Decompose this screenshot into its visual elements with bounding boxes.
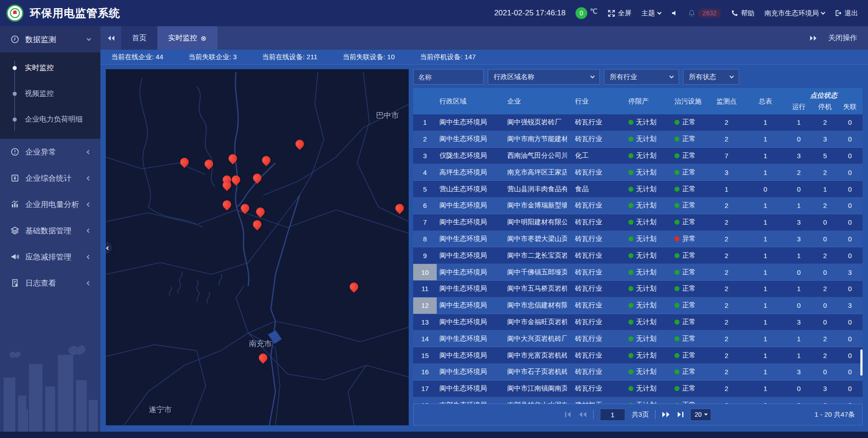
cell-meter: 1 <box>746 152 785 160</box>
sidebar-subitem-power-load-detail[interactable]: 企业电力负荷明细 <box>0 107 100 132</box>
tab-首页[interactable]: 首页 <box>121 26 157 50</box>
cell-monitor: 2 <box>707 352 746 359</box>
sidebar-item-emergency-reduction[interactable]: 应急减排管理 <box>0 244 100 270</box>
table-row[interactable]: 10阆中生态环境局阆中千佛镇五郎垭页岩砖瓦行业无计划正常21003 <box>413 264 863 281</box>
industry-select[interactable]: 所有行业 <box>604 69 679 85</box>
cell-facility-status: 正常 <box>664 201 707 210</box>
org-dropdown[interactable]: 南充市生态环境局 <box>764 9 825 18</box>
sidebar-subitem-video-monitor[interactable]: 视频监控 <box>0 81 100 107</box>
status-dot-icon <box>675 220 679 225</box>
cell-stop: 0 <box>813 368 837 376</box>
app-logo-icon <box>6 5 24 22</box>
table-row[interactable]: 15阆中生态环境局阆中市光富页岩机砖厂砖瓦行业无计划正常21120 <box>413 347 863 364</box>
table-row[interactable]: 18南部生态环境局南部县雄华山水泥有限建材加工无计划正常60060 <box>413 397 863 404</box>
map-panel[interactable]: 巴中市南充市遂宁市 <box>106 69 409 425</box>
chevron-down-icon <box>590 74 595 78</box>
prev-page-button[interactable] <box>578 411 587 418</box>
close-operations-button[interactable]: 关闭操作 <box>828 33 857 43</box>
table-row[interactable]: 7阆中生态环境局阆中明阳建材有限公司砖瓦行业无计划正常21300 <box>413 214 863 231</box>
table-body: 1阆中生态环境局阆中强锐页岩砖厂砖瓦行业无计划正常211202阆中生态环境局阆中… <box>413 114 863 404</box>
table-row[interactable]: 8阆中生态环境局阆中市枣碧大梁山页岩砖瓦行业无计划异常21300 <box>413 231 863 248</box>
page-number-input[interactable] <box>600 409 625 421</box>
cell-lost: 3 <box>837 268 863 276</box>
cell-production-status: 无计划 <box>619 384 664 393</box>
cell-run: 2 <box>785 169 813 176</box>
status-dot-icon <box>628 187 633 192</box>
chevron-down-icon <box>87 36 91 41</box>
sidebar-subitem-realtime-monitor[interactable]: 实时监控 <box>0 55 100 81</box>
table-row[interactable]: 9阆中生态环境局阆中市二龙长宝页岩砖砖瓦行业无计划正常21120 <box>413 247 863 264</box>
sidebar-item-enterprise-stats[interactable]: 企业综合统计 <box>0 165 100 191</box>
next-page-button[interactable] <box>662 411 670 418</box>
tabs-scroll-left-icon[interactable] <box>100 26 121 50</box>
status-dot-icon <box>628 386 633 391</box>
fullscreen-button[interactable]: 全屏 <box>608 9 632 18</box>
notifications-button[interactable]: 2632 <box>688 9 721 18</box>
cell-lost: 0 <box>837 135 863 143</box>
status-dot-icon <box>628 303 633 308</box>
cell-production-status: 无计划 <box>619 268 664 277</box>
table-row[interactable]: 12阆中生态环境局阆中市忠信建材有限公砖瓦行业无计划正常21003 <box>413 297 863 314</box>
status-dot-icon <box>628 286 633 291</box>
cell-facility-status: 正常 <box>664 351 707 360</box>
table-row[interactable]: 5营山生态环境局营山县润丰肉食品有限食品无计划正常10010 <box>413 181 863 198</box>
cell-region: 阆中生态环境局 <box>437 367 500 376</box>
status-dot-icon <box>675 270 679 275</box>
cell-production-status: 无计划 <box>619 334 664 343</box>
name-filter-input[interactable] <box>413 69 484 85</box>
page-size-select[interactable]: 20 <box>690 409 711 421</box>
table-row[interactable]: 4高坪生态环境局南充市高坪区王家店建砖瓦行业无计划正常31220 <box>413 164 863 181</box>
chevron-left-icon <box>87 281 91 285</box>
table-row[interactable]: 6阆中生态环境局阆中市金博瑞新型墙材砖瓦行业无计划正常21120 <box>413 198 863 214</box>
theme-label: 主题 <box>642 9 655 18</box>
chevron-left-icon <box>87 176 91 180</box>
cell-industry: 砖瓦行业 <box>567 168 619 177</box>
table-row[interactable]: 11阆中生态环境局阆中市五马桥页岩机砖砖瓦行业无计划正常21120 <box>413 281 863 297</box>
table-row[interactable]: 1阆中生态环境局阆中强锐页岩砖厂砖瓦行业无计划正常21120 <box>413 114 863 131</box>
theme-dropdown[interactable]: 主题 <box>642 9 661 18</box>
cell-production-status: 无计划 <box>619 135 664 143</box>
first-page-button[interactable] <box>565 411 572 418</box>
cell-production-status: 无计划 <box>619 367 664 376</box>
cell-company: 南充市高坪区王家店建 <box>500 168 567 177</box>
cell-production-status: 无计划 <box>619 318 664 326</box>
help-button[interactable]: 帮助 <box>731 9 755 18</box>
sidebar-item-base-data[interactable]: 基础数据管理 <box>0 217 100 244</box>
help-label: 帮助 <box>741 9 755 18</box>
table-row[interactable]: 13阆中生态环境局阆中市金福旺页岩机砖砖瓦行业无计划正常21300 <box>413 314 863 331</box>
cell-region: 阆中生态环境局 <box>437 268 500 277</box>
cell-region: 阆中生态环境局 <box>437 318 500 326</box>
sidebar-item-power-analysis[interactable]: 企业用电量分析 <box>0 191 100 217</box>
tab-close-icon[interactable]: ⊗ <box>201 35 207 42</box>
table-row[interactable]: 2阆中生态环境局阆中市南方节能建材有砖瓦行业无计划正常21030 <box>413 131 863 148</box>
sidebar-item-log-view[interactable]: 日志查看 <box>0 270 100 296</box>
region-select[interactable]: 行政区域名称 <box>488 69 600 85</box>
tabs: 首页实时监控⊗ <box>121 26 803 50</box>
scrollbar-thumb[interactable] <box>860 349 863 376</box>
cell-monitor: 3 <box>707 169 746 176</box>
cell-company: 阆中市金福旺页岩机砖 <box>500 318 567 326</box>
logout-button[interactable]: 退出 <box>835 9 858 18</box>
cell-monitor: 7 <box>707 152 746 160</box>
table-row[interactable]: 3仪陇生态环境局西南油气田分公司川中化工无计划正常71350 <box>413 148 863 165</box>
status-select[interactable]: 所有状态 <box>683 69 739 85</box>
status-dot-icon <box>628 353 633 358</box>
tab-实时监控[interactable]: 实时监控⊗ <box>157 26 217 50</box>
cell-production-status: 无计划 <box>619 168 664 177</box>
last-page-button[interactable] <box>677 411 684 418</box>
cell-stop: 2 <box>813 118 837 126</box>
mute-button[interactable] <box>671 9 678 17</box>
table-row[interactable]: 14阆中生态环境局阆中大兴页岩机砖厂砖瓦行业无计划正常21120 <box>413 330 863 347</box>
fullscreen-icon <box>608 9 615 17</box>
cell-industry: 砖瓦行业 <box>567 235 619 243</box>
row-index: 4 <box>413 164 437 180</box>
cell-region: 阆中生态环境局 <box>437 384 500 393</box>
table-row[interactable]: 16阆中生态环境局阆中市石子页岩机砖厂砖瓦行业无计划正常21300 <box>413 364 863 381</box>
tabs-scroll-right-icon[interactable] <box>803 35 824 41</box>
status-dot-icon <box>628 153 633 158</box>
cell-company: 阆中市枣碧大梁山页岩 <box>500 235 567 243</box>
sidebar-item-enterprise-abnormal[interactable]: 企业异常 <box>0 139 100 165</box>
sidebar-item-data-monitoring[interactable]: 数据监测 <box>0 26 100 52</box>
table-row[interactable]: 17阆中生态环境局阆中市江南镇阆南页岩砖瓦行业无计划正常21030 <box>413 381 863 397</box>
status-dot-icon <box>628 170 633 175</box>
